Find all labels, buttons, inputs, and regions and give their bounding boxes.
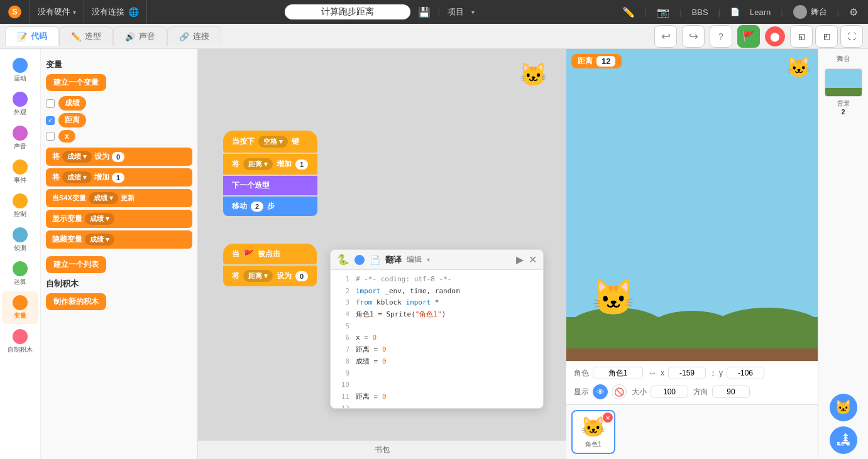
x-badge[interactable]: x [58,130,75,143]
sidebar-item-events[interactable]: 事件 [2,156,38,188]
direction-input[interactable] [712,386,750,398]
myblocks-dot [13,329,28,344]
project-chevron: ▾ [471,9,475,16]
hide-eye-button[interactable]: 🚫 [612,384,627,399]
add-sprite-button[interactable]: 🐱 [830,394,857,421]
photo-icon[interactable]: 📷 [657,6,669,18]
stage-side-thumbnail[interactable] [825,68,862,97]
sidebar-item-control[interactable]: 控制 [2,190,38,222]
distance-checkbox[interactable]: ✓ [46,116,55,125]
sprite-delete-button[interactable]: ✕ [603,413,613,423]
events-dot [13,159,28,175]
make-variable-button[interactable]: 建立一个变量 [46,74,106,91]
move-steps-block[interactable]: 移动 2 步 [223,197,317,216]
stage-side-label: 舞台 [837,54,850,63]
sidebar-item-operators[interactable]: 运算 [2,257,38,290]
add-score-block[interactable]: 将 成绩 ▾ 增加 1 [46,168,192,186]
hardware-section[interactable]: 没有硬件 ▾ [30,0,84,24]
canvas-inner[interactable]: 🐱 当按下 空格 ▾ 键 将 距离 ▾ 增加 1 下一个造型 [198,49,566,440]
sidebar-item-looks[interactable]: 外观 [2,88,38,121]
undo-button[interactable]: ↩ [654,25,677,48]
help-button[interactable]: ? [710,25,732,48]
sidebar-item-myblocks[interactable]: 自制积木 [2,325,38,358]
tab-costume[interactable]: ✏️ 造型 [59,26,113,46]
save-icon[interactable]: 💾 [418,6,431,18]
sound-dot [13,126,28,141]
hide-var-block[interactable]: 隐藏变量 成绩 ▾ [46,230,192,249]
run-code-icon[interactable]: ▶ [516,254,524,266]
bbs-link[interactable]: BBS [692,8,708,17]
tab-connect[interactable]: 🔗 连接 [167,26,221,46]
code-line-10: 10 [337,379,537,391]
block-stack-2[interactable]: 当 🚩 被点击 将 距离 ▾ 设为 0 [223,244,317,286]
backdrop-count: 2 [841,108,845,116]
code-panel-translate-label: 翻译 [385,254,402,266]
small-stage-button[interactable]: ◱ [790,25,813,48]
connection-label: 没有连接 [92,6,124,18]
redo-button[interactable]: ↪ [682,25,705,48]
x-label: x [661,369,664,377]
user-area[interactable]: 舞台 [793,5,827,19]
variables-dot [13,295,28,310]
code-panel-chevron: ▾ [427,256,430,263]
fullscreen-button[interactable]: ⛶ [840,25,863,48]
score-badge[interactable]: 成绩 [58,96,86,111]
flag-icon: 🚩 [742,30,755,42]
set-distance-block[interactable]: 将 距离 ▾ 设为 0 [223,266,317,286]
project-title-input[interactable] [285,4,410,19]
control-dot [13,193,28,208]
size-label: 大小 [632,387,647,397]
edit-icon[interactable]: ✏️ [622,6,635,18]
show-eye-button[interactable]: 👁 [593,384,608,399]
distance-badge[interactable]: 距离 [58,113,86,127]
s4x-var-block[interactable]: 当S4X变量 成绩 ▾ 更新 [46,189,192,207]
direction-row: 方向 [693,386,750,398]
tab-sound[interactable]: 🔊 声音 [113,26,167,46]
green-flag-button[interactable]: 🚩 [737,25,760,48]
add-stage-button[interactable]: 🏞 [830,426,857,454]
sidebar-item-sound[interactable]: 声音 [2,122,38,154]
add-distance-block[interactable]: 将 距离 ▾ 增加 1 [223,154,317,175]
connection-section[interactable]: 没有连接 🌐 [84,0,147,24]
sprite-name-row: 角色 [574,367,643,379]
x-input[interactable] [668,367,706,379]
score-checkbox[interactable] [46,99,55,108]
variable-blocks: 将 成绩 ▾ 设为 0 将 成绩 ▾ 增加 1 当S4X变量 成绩 ▾ 更新 [46,148,192,249]
sidebar-item-variables[interactable]: 变量 [2,291,38,324]
stop-button[interactable]: ⬤ [765,26,785,46]
sidebar-item-motion[interactable]: 运动 [2,54,38,87]
user-avatar [793,5,807,19]
sidebar-item-sensing[interactable]: 侦测 [2,224,38,256]
block-stack-1[interactable]: 当按下 空格 ▾ 键 将 距离 ▾ 增加 1 下一个造型 移动 2 步 [223,131,317,216]
close-code-panel-button[interactable]: ✕ [529,254,537,266]
set-score-block[interactable]: 将 成绩 ▾ 设为 0 [46,148,192,166]
code-active-dot [354,255,365,265]
scratch-logo: S [8,1,22,23]
code-tab-icon: 📝 [17,32,27,41]
globe-icon: 🌐 [128,7,139,17]
make-block-button[interactable]: 制作新的积木 [46,293,106,310]
tab-code[interactable]: 📝 代码 [5,26,59,46]
var-row-distance: ✓ 距离 [46,113,192,127]
next-costume-block[interactable]: 下一个造型 [223,176,317,195]
code-line-1: 1 # -*- coding: utf-8 -*- [337,274,537,286]
svg-text:S: S [12,8,17,16]
code-file-icon: 📄 [370,255,380,265]
sprite-panel: ✕ 🐱 角色1 [566,404,818,459]
x-checkbox[interactable] [46,132,55,141]
var-row-x: x [46,130,192,143]
sprite-label: 角色 [574,368,589,379]
project-label[interactable]: 项目 [448,6,464,18]
learn-link[interactable]: Learn [750,8,771,17]
show-var-block[interactable]: 显示变量 成绩 ▾ [46,210,192,228]
y-input[interactable] [727,367,764,379]
make-list-button[interactable]: 建立一个列表 [46,256,106,273]
size-input[interactable] [651,386,688,398]
code-panel-edit-label[interactable]: 编辑 [407,254,422,265]
code-line-5: 5 [337,321,537,333]
big-stage-button[interactable]: ◰ [815,25,838,48]
sprite-item-cat[interactable]: ✕ 🐱 角色1 [571,410,615,454]
settings-icon[interactable]: ⚙ [849,6,858,18]
canvas-sprite-thumb: 🐱 [519,62,547,88]
sprite-name-input[interactable] [593,367,643,379]
